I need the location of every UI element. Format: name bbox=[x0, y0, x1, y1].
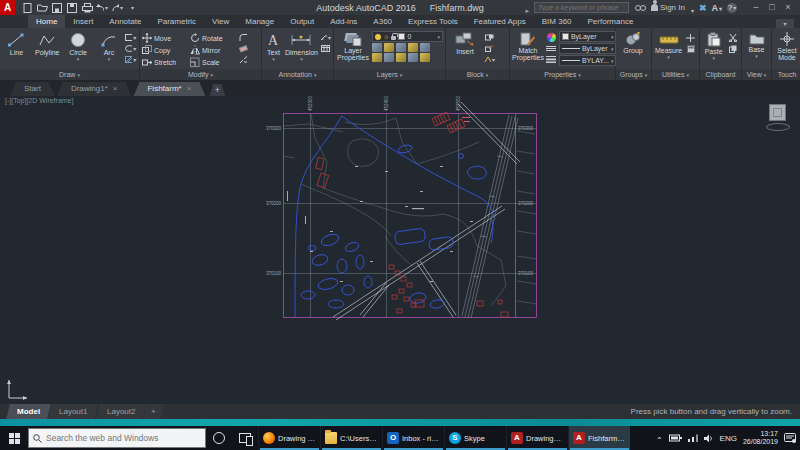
redo-icon[interactable] bbox=[111, 2, 123, 13]
move-button[interactable]: Move bbox=[142, 32, 188, 44]
infocenter-collapse-icon[interactable] bbox=[526, 0, 530, 17]
panel-modify-label[interactable]: Modify bbox=[140, 69, 261, 80]
save-icon[interactable] bbox=[51, 2, 63, 13]
layer-unisolate-icon[interactable] bbox=[372, 53, 382, 62]
explode-icon[interactable] bbox=[238, 55, 249, 64]
layer-make-current-icon[interactable] bbox=[408, 43, 418, 52]
file-tab-start[interactable]: Start bbox=[10, 82, 55, 96]
quick-calc-icon[interactable] bbox=[685, 44, 696, 53]
ribbon-tab-express-tools[interactable]: Express Tools bbox=[400, 15, 466, 28]
copy-clip-icon[interactable] bbox=[727, 44, 738, 53]
erase-icon[interactable] bbox=[238, 44, 249, 53]
panel-layers-label[interactable]: Layers bbox=[334, 69, 445, 80]
panel-view-label[interactable]: View bbox=[742, 69, 771, 80]
maximize-button[interactable] bbox=[764, 1, 780, 14]
layer-thaw-all-icon[interactable] bbox=[384, 53, 394, 62]
scale-button[interactable]: Scale bbox=[190, 56, 236, 68]
sign-in-button[interactable]: Sign In bbox=[651, 3, 685, 12]
ribbon-tab-a360[interactable]: A360 bbox=[365, 15, 400, 28]
sign-in-caret-icon[interactable] bbox=[690, 0, 694, 17]
panel-clipboard-label[interactable]: Clipboard bbox=[700, 69, 741, 80]
measure-button[interactable]: Measure bbox=[654, 30, 683, 69]
panel-properties-label[interactable]: Properties bbox=[510, 69, 615, 80]
network-icon[interactable] bbox=[688, 434, 698, 442]
base-button[interactable]: Base bbox=[744, 30, 769, 69]
close-button[interactable] bbox=[780, 1, 796, 14]
ribbon-tab-featured-apps[interactable]: Featured Apps bbox=[466, 15, 534, 28]
define-attributes-icon[interactable] bbox=[484, 55, 495, 64]
start-button[interactable] bbox=[0, 426, 28, 450]
viewcube[interactable] bbox=[769, 104, 786, 121]
id-point-icon[interactable] bbox=[685, 33, 696, 42]
layer-select[interactable]: 0 bbox=[372, 31, 443, 42]
taskbar-app-explorer[interactable]: C:\Users\richa... bbox=[320, 426, 382, 450]
plot-icon[interactable] bbox=[81, 2, 93, 13]
ellipse-icon[interactable] bbox=[125, 44, 136, 53]
notification-icon[interactable] bbox=[784, 433, 796, 443]
language-indicator[interactable]: ENG bbox=[720, 434, 737, 443]
close-tab-icon[interactable] bbox=[113, 82, 118, 96]
help-icon[interactable] bbox=[727, 3, 737, 13]
taskbar-app-fishfarm[interactable]: Fishfarm.dwg bbox=[568, 426, 630, 450]
rotate-button[interactable]: Rotate bbox=[190, 32, 236, 44]
taskbar-app-drawing1[interactable]: Drawing1.dwg bbox=[506, 426, 568, 450]
exchange-apps-icon[interactable] bbox=[699, 3, 707, 13]
new-layout-button[interactable]: + bbox=[143, 404, 163, 419]
lineweight-select[interactable]: BYLAY... bbox=[559, 55, 617, 66]
layer-freeze-icon[interactable] bbox=[384, 43, 394, 52]
dimension-button[interactable]: Dimension bbox=[285, 30, 318, 69]
panel-utilities-label[interactable]: Utilities bbox=[652, 69, 699, 80]
select-mode-button[interactable]: Select Mode bbox=[774, 30, 800, 69]
ribbon-tab-performance[interactable]: Performance bbox=[580, 15, 642, 28]
stretch-button[interactable]: Stretch bbox=[142, 56, 188, 68]
clock[interactable]: 13:17 26/08/2019 bbox=[743, 430, 778, 446]
file-tab-drawing1[interactable]: Drawing1* bbox=[57, 82, 132, 96]
model-tab[interactable]: Model bbox=[6, 404, 51, 419]
panel-annotation-label[interactable]: Annotation bbox=[262, 69, 333, 80]
hatch-icon[interactable] bbox=[125, 55, 136, 64]
ribbon-tab-parametric[interactable]: Parametric bbox=[149, 15, 204, 28]
polyline-button[interactable]: Polyline bbox=[33, 30, 62, 69]
ribbon-collapse-icon[interactable] bbox=[776, 19, 794, 28]
file-tab-fishfarm[interactable]: Fishfarm* bbox=[133, 82, 205, 96]
ribbon-tab-home[interactable]: Home bbox=[28, 15, 65, 28]
qat-customize-icon[interactable] bbox=[126, 2, 138, 13]
new-tab-button[interactable] bbox=[209, 84, 225, 96]
save-as-icon[interactable] bbox=[66, 2, 78, 13]
task-view-button[interactable] bbox=[232, 426, 258, 450]
ribbon-tab-manage[interactable]: Manage bbox=[237, 15, 282, 28]
group-button[interactable]: Group bbox=[618, 30, 648, 69]
layer-on-all-icon[interactable] bbox=[396, 53, 406, 62]
new-icon[interactable] bbox=[21, 2, 33, 13]
taskbar-app-skype[interactable]: Skype bbox=[444, 426, 506, 450]
layout1-tab[interactable]: Layout1 bbox=[48, 404, 98, 419]
cortana-button[interactable] bbox=[206, 426, 232, 450]
app-menu-button[interactable] bbox=[0, 0, 15, 15]
ribbon-tab-addins[interactable]: Add-ins bbox=[322, 15, 365, 28]
undo-icon[interactable] bbox=[96, 2, 108, 13]
mirror-button[interactable]: Mirror bbox=[190, 44, 236, 56]
layer-properties-button[interactable]: Layer Properties bbox=[336, 30, 370, 69]
battery-icon[interactable] bbox=[669, 434, 682, 442]
insert-button[interactable]: Insert bbox=[448, 30, 482, 69]
panel-draw-label[interactable]: Draw bbox=[0, 69, 139, 80]
taskbar-search[interactable] bbox=[28, 428, 206, 448]
layer-isolate-icon[interactable] bbox=[372, 43, 382, 52]
fillet-icon[interactable] bbox=[238, 33, 249, 42]
panel-block-label[interactable]: Block bbox=[446, 69, 509, 80]
layer-lock-tool-icon[interactable] bbox=[408, 53, 418, 62]
open-icon[interactable] bbox=[36, 2, 48, 13]
ribbon-tab-annotate[interactable]: Annotate bbox=[101, 15, 149, 28]
panel-touch-label[interactable]: Touch bbox=[772, 69, 800, 80]
ribbon-tab-output[interactable]: Output bbox=[282, 15, 322, 28]
layer-unlock-icon[interactable] bbox=[420, 53, 430, 62]
rectangle-icon[interactable] bbox=[125, 33, 136, 42]
close-tab-icon[interactable] bbox=[187, 82, 192, 96]
text-button[interactable]: A Text bbox=[264, 30, 283, 69]
taskbar-search-input[interactable] bbox=[46, 433, 201, 443]
object-color-select[interactable]: ByLayer bbox=[559, 31, 617, 42]
layout2-tab[interactable]: Layout2 bbox=[96, 404, 146, 419]
viewport-controls[interactable]: [-][Top][2D Wireframe] bbox=[5, 97, 73, 104]
layer-match-icon[interactable] bbox=[420, 43, 430, 52]
ribbon-tab-insert[interactable]: Insert bbox=[65, 15, 101, 28]
